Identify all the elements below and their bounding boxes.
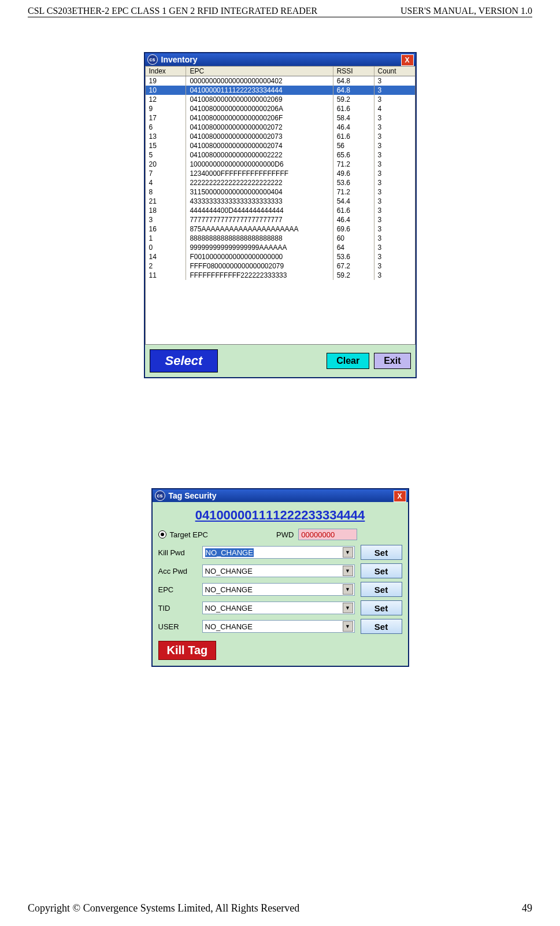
field-label: Acc Pwd — [158, 567, 202, 575]
table-row[interactable]: 712340000FFFFFFFFFFFFFFFF49.63 — [146, 169, 415, 178]
target-epc-row: Target EPC PWD — [158, 529, 402, 540]
inventory-titlebar: cs Inventory X — [145, 53, 416, 66]
inventory-title: Inventory — [161, 55, 198, 64]
col-count[interactable]: Count — [374, 67, 415, 76]
inventory-list-header[interactable]: Index EPC RSSI Count — [146, 67, 415, 76]
header-left: CSL CS203ETHER-2 EPC CLASS 1 GEN 2 RFID … — [28, 6, 317, 16]
table-row[interactable]: 1888888888888888888888888603 — [146, 234, 415, 243]
field-label: TID — [158, 604, 202, 613]
col-epc[interactable]: EPC — [186, 67, 333, 76]
lock-field-row: TIDNO_CHANGE▼Set — [158, 600, 402, 615]
col-index[interactable]: Index — [146, 67, 187, 76]
table-row[interactable]: 201000000000000000000000D671.23 — [146, 160, 415, 169]
tag-security-window: cs Tag Security X 0410000011112222333344… — [151, 488, 409, 667]
table-row[interactable]: 16875AAAAAAAAAAAAAAAAAAAAA69.63 — [146, 224, 415, 234]
table-row[interactable]: 11FFFFFFFFFFFF22222233333359.23 — [146, 271, 415, 280]
field-label: USER — [158, 622, 202, 631]
lock-select[interactable]: NO_CHANGE▼ — [202, 565, 355, 577]
set-button[interactable]: Set — [361, 563, 402, 578]
lock-field-row: Kill PwdNO_CHANGE▼Set — [158, 545, 402, 560]
header-right: USER'S MANUAL, VERSION 1.0 — [400, 6, 532, 16]
set-button[interactable]: Set — [361, 619, 402, 634]
set-button[interactable]: Set — [361, 582, 402, 597]
table-row[interactable]: 14F0010000000000000000000053.63 — [146, 252, 415, 261]
lock-field-row: EPCNO_CHANGE▼Set — [158, 582, 402, 597]
table-row[interactable]: 422222222222222222222222253.63 — [146, 178, 415, 187]
app-icon: cs — [147, 54, 158, 65]
app-icon: cs — [155, 490, 165, 501]
inventory-footer: Select Clear Exit — [145, 345, 416, 377]
table-row[interactable]: 604100800000000000000207246.43 — [146, 123, 415, 132]
chevron-down-icon[interactable]: ▼ — [343, 603, 353, 613]
table-row[interactable]: 2FFFF0800000000000000207967.23 — [146, 261, 415, 271]
set-button[interactable]: Set — [361, 600, 402, 615]
table-row[interactable]: 184444444400D444444444444461.63 — [146, 206, 415, 215]
inventory-window: cs Inventory X Index EPC RSSI Count 1900… — [144, 52, 417, 378]
table-row[interactable]: 504100800000000000000222265.63 — [146, 150, 415, 160]
table-row[interactable]: 904100800000000000000206A61.64 — [146, 104, 415, 113]
field-label: EPC — [158, 585, 202, 594]
field-label: Kill Pwd — [158, 548, 202, 557]
tag-security-titlebar: cs Tag Security X — [153, 489, 408, 502]
table-row[interactable]: 1204100800000000000000206959.23 — [146, 95, 415, 104]
footer-left: Copyright © Convergence Systems Limited,… — [28, 902, 299, 914]
lock-select[interactable]: NO_CHANGE▼ — [202, 583, 355, 596]
table-row[interactable]: 1004100000111122223333444464.83 — [146, 86, 415, 95]
table-row[interactable]: 1704100800000000000000206F58.43 — [146, 113, 415, 123]
close-icon[interactable]: X — [401, 54, 414, 66]
lock-select[interactable]: NO_CHANGE▼ — [202, 546, 355, 559]
inventory-list[interactable]: Index EPC RSSI Count 1900000000000000000… — [145, 66, 416, 345]
table-row[interactable]: 0999999999999999999AAAAAA643 — [146, 243, 415, 252]
close-icon[interactable]: X — [394, 490, 406, 502]
pwd-input[interactable] — [298, 529, 357, 540]
set-button[interactable]: Set — [361, 545, 402, 560]
exit-button[interactable]: Exit — [374, 353, 410, 369]
selected-epc: 041000001111222233334444 — [158, 508, 402, 523]
table-row[interactable]: 1304100800000000000000207361.63 — [146, 132, 415, 141]
lock-field-row: Acc PwdNO_CHANGE▼Set — [158, 563, 402, 578]
table-row[interactable]: 377777777777777777777777746.43 — [146, 215, 415, 224]
table-row[interactable]: 1900000000000000000000040264.83 — [146, 76, 415, 86]
lock-select[interactable]: NO_CHANGE▼ — [202, 620, 355, 633]
chevron-down-icon[interactable]: ▼ — [343, 566, 353, 576]
footer-right: 49 — [522, 902, 532, 914]
page-header: CSL CS203ETHER-2 EPC CLASS 1 GEN 2 RFID … — [28, 6, 532, 17]
table-row[interactable]: 2143333333333333333333333354.43 — [146, 197, 415, 206]
table-row[interactable]: 15041008000000000000002074563 — [146, 141, 415, 150]
tag-security-title: Tag Security — [169, 491, 217, 500]
table-row[interactable]: 831150000000000000000040471.23 — [146, 187, 415, 197]
pwd-label: PWD — [276, 530, 294, 539]
chevron-down-icon[interactable]: ▼ — [343, 621, 353, 632]
select-button[interactable]: Select — [150, 349, 218, 372]
chevron-down-icon[interactable]: ▼ — [343, 584, 353, 595]
page-footer: Copyright © Convergence Systems Limited,… — [28, 902, 532, 914]
clear-button[interactable]: Clear — [327, 353, 369, 369]
chevron-down-icon[interactable]: ▼ — [343, 547, 353, 558]
target-epc-label: Target EPC — [170, 530, 208, 539]
lock-field-row: USERNO_CHANGE▼Set — [158, 619, 402, 634]
target-epc-radio[interactable] — [158, 530, 166, 538]
lock-select[interactable]: NO_CHANGE▼ — [202, 602, 355, 614]
kill-tag-button[interactable]: Kill Tag — [158, 641, 217, 660]
col-rssi[interactable]: RSSI — [333, 67, 374, 76]
